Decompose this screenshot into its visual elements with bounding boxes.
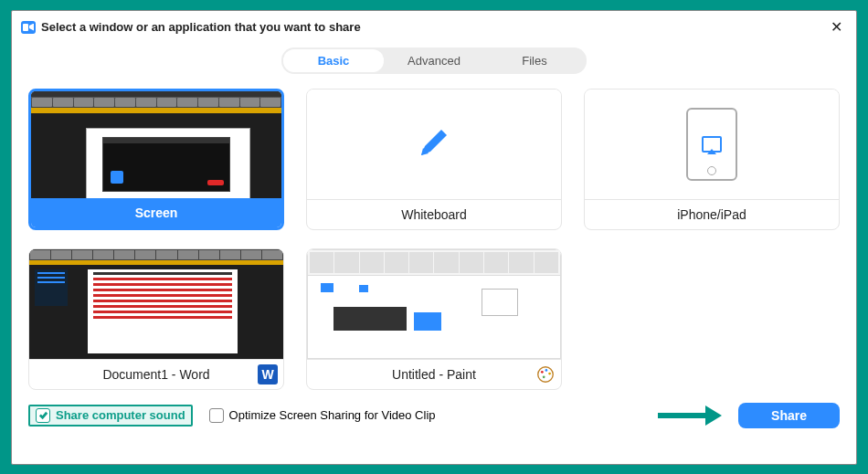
word-icon: W [258, 364, 278, 384]
iphone-thumbnail [585, 90, 839, 199]
paint-thumbnail [307, 249, 561, 359]
ipad-icon [686, 108, 737, 181]
pencil-icon [416, 124, 452, 163]
footer: Share computer sound Optimize Screen Sha… [12, 394, 856, 439]
option-screen[interactable]: Screen [28, 89, 284, 230]
share-screen-dialog: Select a window or an application that y… [11, 10, 857, 465]
option-word-doc[interactable]: Document1 - Word W [28, 248, 284, 390]
optimize-label: Optimize Screen Sharing for Video Clip [229, 408, 436, 422]
svg-point-0 [538, 366, 554, 382]
arrow-annotation [658, 409, 722, 422]
dialog-title: Select a window or an application that y… [41, 20, 361, 34]
paint-icon [535, 364, 556, 384]
option-paint[interactable]: Untitled - Paint [306, 248, 562, 390]
tabs: Basic Advanced Files [12, 47, 856, 74]
svg-point-4 [543, 375, 545, 378]
titlebar: Select a window or an application that y… [12, 11, 856, 44]
tab-basic[interactable]: Basic [283, 49, 384, 72]
airplay-icon [702, 136, 722, 153]
option-paint-label: Untitled - Paint [307, 359, 561, 389]
option-word-text: Document1 - Word [102, 367, 209, 382]
tab-files[interactable]: Files [484, 49, 585, 72]
whiteboard-thumbnail [307, 90, 561, 199]
svg-point-3 [548, 372, 551, 374]
option-whiteboard-label: Whiteboard [307, 199, 561, 229]
tab-advanced[interactable]: Advanced [384, 49, 484, 72]
tabs-group: Basic Advanced Files [281, 47, 587, 74]
option-whiteboard[interactable]: Whiteboard [306, 89, 562, 230]
option-paint-text: Untitled - Paint [392, 367, 476, 382]
checkbox-empty-icon [209, 408, 224, 423]
svg-point-1 [541, 370, 544, 373]
option-word-label: Document1 - Word W [29, 359, 283, 389]
zoom-icon [21, 21, 36, 34]
screen-thumbnail [31, 91, 281, 198]
share-sound-label: Share computer sound [56, 408, 185, 422]
checkmark-icon [36, 408, 50, 423]
share-button[interactable]: Share [738, 403, 840, 428]
share-options-grid: Screen Whiteboard iPhone/iPad [12, 74, 856, 394]
option-iphone-label: iPhone/iPad [585, 199, 839, 229]
word-thumbnail [29, 249, 283, 359]
checkbox-share-sound[interactable]: Share computer sound [28, 405, 193, 427]
close-button[interactable]: ✕ [825, 16, 847, 38]
checkbox-optimize-video[interactable]: Optimize Screen Sharing for Video Clip [209, 408, 436, 423]
option-screen-label: Screen [31, 198, 281, 227]
option-iphone-ipad[interactable]: iPhone/iPad [584, 89, 840, 230]
svg-point-2 [545, 369, 548, 372]
